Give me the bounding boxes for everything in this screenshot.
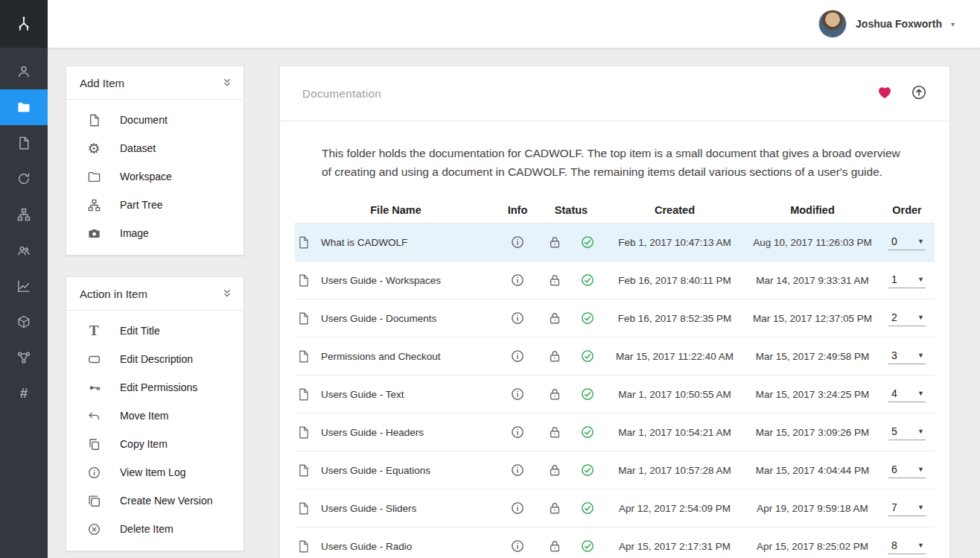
- lock-button[interactable]: [538, 349, 571, 364]
- status-check-button[interactable]: [571, 501, 604, 516]
- status-check-button[interactable]: [571, 387, 604, 402]
- chevron-down-icon: ▼: [917, 428, 924, 435]
- info-button[interactable]: [497, 311, 538, 326]
- check-circle-icon: [580, 349, 595, 364]
- info-button[interactable]: [497, 273, 538, 288]
- sidebar-item-sync[interactable]: [0, 161, 48, 197]
- lock-button[interactable]: [538, 387, 571, 402]
- status-check-button[interactable]: [571, 311, 604, 326]
- lock-icon: [547, 273, 562, 288]
- order-select[interactable]: 4▼: [888, 386, 926, 402]
- upload-button[interactable]: [911, 84, 927, 104]
- lock-button[interactable]: [538, 501, 571, 516]
- table-row[interactable]: Users Guide - Sliders Apr 12, 2017 2:54:…: [295, 489, 935, 527]
- add-item-label: Dataset: [120, 142, 156, 154]
- status-check-button[interactable]: [571, 539, 604, 554]
- lock-button[interactable]: [538, 425, 571, 440]
- file-name-cell[interactable]: Users Guide - Headers: [295, 425, 497, 440]
- groups-icon: [16, 243, 31, 258]
- add-item-workspace[interactable]: Workspace: [66, 162, 244, 191]
- order-select[interactable]: 5▼: [888, 424, 926, 440]
- info-button[interactable]: [497, 387, 538, 402]
- sidebar-item-package[interactable]: [0, 304, 48, 340]
- table-row[interactable]: Users Guide - Workspaces Feb 16, 2017 8:…: [295, 261, 935, 299]
- order-select[interactable]: 2▼: [888, 310, 926, 326]
- file-name-cell[interactable]: Users Guide - Text: [295, 387, 497, 402]
- file-name: Permissions and Checkout: [321, 351, 441, 362]
- action-edit-permissions[interactable]: Edit Permissions: [66, 373, 244, 402]
- cadwolf-logo[interactable]: [0, 0, 48, 48]
- sidebar-item-part-tree[interactable]: [0, 197, 48, 232]
- sidebar-item-hash[interactable]: #: [0, 375, 48, 411]
- order-select[interactable]: 6▼: [888, 462, 926, 478]
- created-date: Mar 1, 2017 10:50:55 AM: [604, 389, 745, 400]
- double-chevron-down-icon[interactable]: [221, 77, 233, 89]
- favorite-button[interactable]: [876, 84, 893, 104]
- file-name-cell[interactable]: Users Guide - Workspaces: [295, 273, 497, 288]
- file-name: Users Guide - Documents: [321, 313, 436, 324]
- sidebar-item-folders[interactable]: [0, 89, 48, 125]
- table-row[interactable]: Users Guide - Headers Mar 1, 2017 10:54:…: [295, 413, 935, 451]
- info-button[interactable]: [497, 539, 538, 554]
- table-row[interactable]: Users Guide - Documents Feb 16, 2017 8:5…: [295, 299, 935, 337]
- table-row[interactable]: Users Guide - Radio Apr 15, 2017 2:17:31…: [295, 527, 935, 558]
- info-button[interactable]: [497, 463, 538, 478]
- order-select[interactable]: 8▼: [888, 538, 926, 554]
- lock-button[interactable]: [538, 463, 571, 478]
- status-check-button[interactable]: [571, 235, 604, 250]
- add-item-dataset[interactable]: ⚙ Dataset: [66, 134, 244, 162]
- file-name-cell[interactable]: Users Guide - Equations: [295, 463, 497, 478]
- info-button[interactable]: [497, 425, 538, 440]
- file-name: What is CADWOLF: [321, 237, 407, 248]
- lock-button[interactable]: [538, 539, 571, 554]
- action-create-new-version[interactable]: Create New Version: [66, 486, 244, 515]
- created-date: Mar 1, 2017 10:54:21 AM: [604, 427, 745, 438]
- order-select[interactable]: 0▼: [888, 234, 926, 250]
- sidebar-item-user[interactable]: [0, 54, 48, 89]
- action-view-item-log[interactable]: View Item Log: [66, 458, 244, 486]
- folder-description: This folder holds the documentation for …: [280, 121, 949, 197]
- info-button[interactable]: [497, 349, 538, 364]
- info-button[interactable]: [497, 235, 538, 250]
- file-name-cell[interactable]: What is CADWOLF: [295, 235, 497, 250]
- double-chevron-down-icon[interactable]: [221, 288, 233, 299]
- action-copy-item[interactable]: Copy Item: [66, 430, 244, 458]
- file-name-cell[interactable]: Users Guide - Radio: [295, 539, 497, 554]
- sidebar-item-analytics[interactable]: [0, 268, 48, 304]
- sidebar-item-files[interactable]: [0, 125, 48, 161]
- status-check-button[interactable]: [571, 349, 604, 364]
- check-circle-icon: [580, 425, 595, 440]
- user-menu[interactable]: Joshua Foxworth ▾: [818, 10, 955, 38]
- action-edit-title[interactable]: T Edit Title: [66, 317, 244, 345]
- file-name-cell[interactable]: Permissions and Checkout: [295, 349, 497, 364]
- left-column: Add Item Document ⚙ Dataset: [66, 66, 244, 551]
- action-edit-description[interactable]: Edit Description: [66, 345, 244, 373]
- sidebar-item-workflow[interactable]: [0, 340, 48, 375]
- status-check-button[interactable]: [571, 463, 604, 478]
- file-name-cell[interactable]: Users Guide - Documents: [295, 311, 497, 326]
- lock-button[interactable]: [538, 273, 571, 288]
- action-delete-item[interactable]: Delete Item: [66, 515, 244, 543]
- lock-icon: [547, 463, 562, 478]
- add-item-label: Part Tree: [120, 199, 163, 211]
- table-row[interactable]: Users Guide - Equations Mar 1, 2017 10:5…: [295, 451, 935, 489]
- order-select[interactable]: 1▼: [888, 272, 926, 288]
- file-name-cell[interactable]: Users Guide - Sliders: [295, 501, 497, 516]
- add-item-part-tree[interactable]: Part Tree: [66, 191, 244, 219]
- add-item-image[interactable]: Image: [66, 219, 244, 247]
- table-header-row: File Name Info Status Created Modified O…: [295, 197, 935, 223]
- info-button[interactable]: [497, 501, 538, 516]
- lock-button[interactable]: [538, 311, 571, 326]
- lock-button[interactable]: [538, 235, 571, 250]
- order-select[interactable]: 7▼: [888, 500, 926, 516]
- status-check-button[interactable]: [571, 425, 604, 440]
- table-row[interactable]: What is CADWOLF Feb 1, 2017 10:47:13 AM …: [295, 223, 935, 261]
- file-icon: [296, 349, 311, 364]
- table-row[interactable]: Permissions and Checkout Mar 15, 2017 11…: [295, 337, 935, 375]
- add-item-document[interactable]: Document: [66, 106, 244, 134]
- order-select[interactable]: 3▼: [888, 348, 926, 364]
- sidebar-item-groups[interactable]: [0, 232, 48, 268]
- status-check-button[interactable]: [571, 273, 604, 288]
- action-move-item[interactable]: Move Item: [66, 402, 244, 430]
- table-row[interactable]: Users Guide - Text Mar 1, 2017 10:50:55 …: [295, 375, 935, 413]
